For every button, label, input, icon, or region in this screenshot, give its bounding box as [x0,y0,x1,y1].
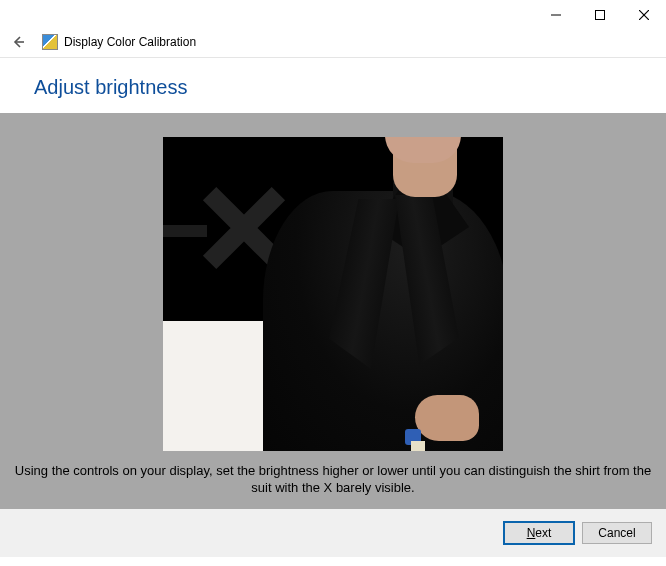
window-title: Display Color Calibration [64,35,196,49]
header-bar: Display Color Calibration [0,30,666,58]
next-button-label-rest: ext [535,526,551,540]
window-titlebar [0,0,666,30]
footer-bar: Next Cancel [0,509,666,557]
heading-area: Adjust brightness [0,58,666,113]
maximize-icon[interactable] [578,4,622,26]
content-area: Using the controls on your display, set … [0,113,666,509]
instruction-caption: Using the controls on your display, set … [0,462,666,497]
cancel-button[interactable]: Cancel [582,522,652,544]
minimize-icon[interactable] [534,4,578,26]
close-icon[interactable] [622,4,666,26]
brightness-reference-image [163,137,503,451]
svg-rect-1 [596,11,605,20]
page-heading: Adjust brightness [34,76,666,99]
next-button[interactable]: Next [504,522,574,544]
display-color-calibration-icon [42,34,58,50]
back-arrow-icon[interactable] [8,32,28,52]
